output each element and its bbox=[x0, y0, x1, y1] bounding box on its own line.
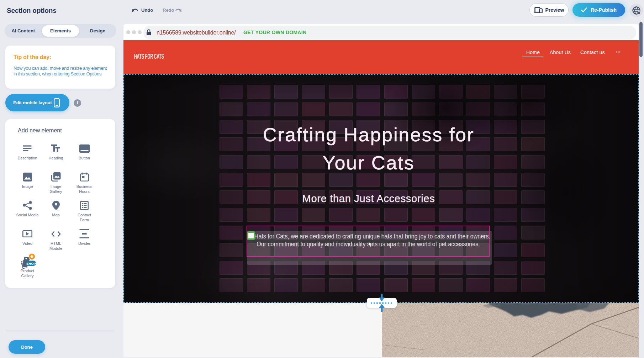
svg-text:SHOP: SHOP bbox=[26, 262, 36, 265]
